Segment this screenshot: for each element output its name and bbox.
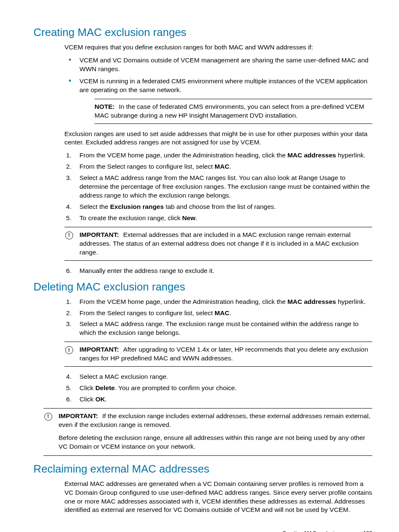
important-icon-col: ! bbox=[43, 412, 53, 452]
steps-list: From the VCEM home page, under the Admin… bbox=[64, 298, 372, 338]
important-icon: ! bbox=[44, 413, 52, 421]
important-para2: Before deleting the exclusion range, ens… bbox=[59, 434, 372, 451]
important-icon-col: ! bbox=[64, 231, 74, 257]
step-item: From the VCEM home page, under the Admin… bbox=[64, 298, 372, 306]
important-box: ! IMPORTANT:If the exclusion range inclu… bbox=[43, 408, 372, 456]
page-footer: Creating MAC exclusion ranges 133 bbox=[22, 529, 377, 532]
important-icon: ! bbox=[65, 231, 73, 239]
step-item: Click Delete. You are prompted to confir… bbox=[64, 384, 372, 393]
important-icon: ! bbox=[65, 346, 73, 354]
note-label: NOTE: bbox=[95, 103, 115, 110]
important-text: IMPORTANT:After upgrading to VCEM 1.4x o… bbox=[79, 345, 372, 363]
footer-page: 133 bbox=[363, 530, 372, 532]
important-box: ! IMPORTANT:After upgrading to VCEM 1.4x… bbox=[64, 342, 372, 367]
section-deleting-body: From the VCEM home page, under the Admin… bbox=[64, 298, 372, 456]
step-item: Select a MAC address range from the MAC … bbox=[64, 174, 372, 200]
para: Exclusion ranges are used to set aside a… bbox=[64, 130, 372, 147]
step-item: Click OK. bbox=[64, 395, 372, 404]
para: External MAC addresses are generated whe… bbox=[64, 480, 372, 515]
intro-bullets: VCEM and VC Domains outside of VCEM mana… bbox=[64, 56, 372, 124]
step-item: From the Select ranges to configure list… bbox=[64, 309, 372, 318]
section-creating-body: VCEM requires that you define exclusion … bbox=[64, 43, 372, 275]
heading-reclaiming: Reclaiming external MAC addresses bbox=[33, 462, 377, 476]
intro-para: VCEM requires that you define exclusion … bbox=[64, 43, 372, 52]
important-box: ! IMPORTANT:External addresses that are … bbox=[64, 227, 372, 261]
step-item: From the Select ranges to configure list… bbox=[64, 162, 372, 171]
important-label: IMPORTANT: bbox=[79, 231, 119, 238]
important-text: IMPORTANT:External addresses that are in… bbox=[79, 231, 372, 257]
important-label: IMPORTANT: bbox=[59, 412, 98, 419]
bullet-item: VCEM and VC Domains outside of VCEM mana… bbox=[64, 56, 372, 74]
steps-list-cont: Manually enter the address range to excl… bbox=[64, 267, 372, 275]
step-item: Select a MAC address range. The exclusio… bbox=[64, 320, 372, 337]
section-reclaiming-body: External MAC addresses are generated whe… bbox=[64, 480, 372, 515]
note-box: NOTE:In the case of federated CMS enviro… bbox=[95, 99, 372, 124]
important-icon-col: ! bbox=[64, 345, 74, 363]
steps-list: From the VCEM home page, under the Admin… bbox=[64, 151, 372, 222]
step-item: Select the Exclusion ranges tab and choo… bbox=[64, 203, 372, 211]
step-item: Manually enter the address range to excl… bbox=[64, 267, 372, 275]
steps-list-cont: Select a MAC exclusion range. Click Dele… bbox=[64, 373, 372, 404]
heading-deleting: Deleting MAC exclusion ranges bbox=[33, 280, 377, 294]
bullet-text: VCEM is running in a federated CMS envir… bbox=[79, 77, 367, 93]
step-item: From the VCEM home page, under the Admin… bbox=[64, 151, 372, 160]
step-item: Select a MAC exclusion range. bbox=[64, 373, 372, 381]
step-item: To create the exclusion range, click New… bbox=[64, 214, 372, 223]
important-text: IMPORTANT:If the exclusion range include… bbox=[59, 412, 372, 452]
important-label: IMPORTANT: bbox=[79, 346, 119, 353]
note-text: In the case of federated CMS environment… bbox=[95, 103, 364, 119]
footer-title: Creating MAC exclusion ranges bbox=[282, 530, 359, 532]
bullet-item: VCEM is running in a federated CMS envir… bbox=[64, 77, 372, 124]
heading-creating: Creating MAC exclusion ranges bbox=[33, 25, 377, 40]
